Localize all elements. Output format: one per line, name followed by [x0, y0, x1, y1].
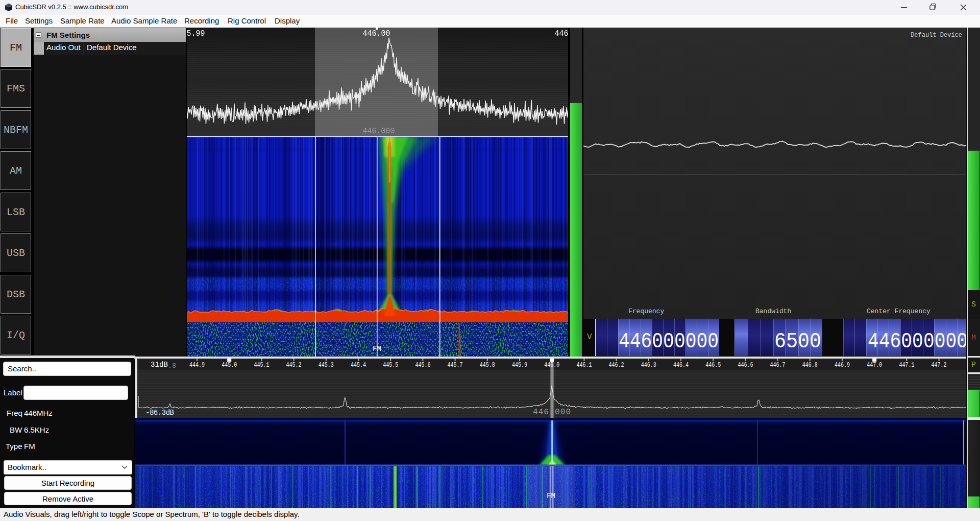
svg-text:.8: .8	[168, 362, 176, 370]
svg-text:FM: FM	[373, 345, 381, 353]
svg-text:446.8: 446.8	[802, 361, 818, 369]
svg-text:446.5: 446.5	[705, 361, 721, 369]
svg-text:444.9: 444.9	[189, 361, 205, 369]
svg-text:446.7: 446.7	[770, 361, 786, 369]
svg-text:447.1: 447.1	[899, 361, 914, 369]
svg-text:446000000: 446000000	[868, 329, 966, 354]
svg-text:445.5: 445.5	[383, 361, 398, 369]
svg-text:446.6: 446.6	[738, 361, 753, 369]
svg-text:445.7: 445.7	[448, 361, 463, 369]
svg-text:445.2: 445.2	[286, 361, 302, 369]
svg-text:445.8: 445.8	[480, 361, 495, 369]
svg-text:FM: FM	[547, 492, 555, 500]
svg-text:445.4: 445.4	[351, 361, 366, 369]
svg-text:31dB: 31dB	[151, 361, 168, 369]
svg-text:445.1: 445.1	[254, 361, 269, 369]
svg-text:445.3: 445.3	[318, 361, 334, 369]
svg-text:-86.3dB: -86.3dB	[145, 409, 174, 417]
svg-text:445.0: 445.0	[222, 361, 237, 369]
svg-text:447.2: 447.2	[932, 361, 947, 369]
svg-text:445.9: 445.9	[512, 361, 527, 369]
svg-text:6500: 6500	[774, 329, 821, 354]
svg-text:446.4: 446.4	[673, 361, 689, 369]
svg-text:446.3: 446.3	[641, 361, 656, 369]
svg-text:446000000: 446000000	[619, 329, 719, 354]
svg-text:446.1: 446.1	[576, 361, 592, 369]
svg-text:447.0: 447.0	[867, 361, 882, 369]
svg-text:446.000: 446.000	[533, 408, 571, 417]
svg-text:446.2: 446.2	[609, 361, 624, 369]
svg-text:445.6: 445.6	[415, 361, 430, 369]
svg-text:446.9: 446.9	[835, 361, 850, 369]
